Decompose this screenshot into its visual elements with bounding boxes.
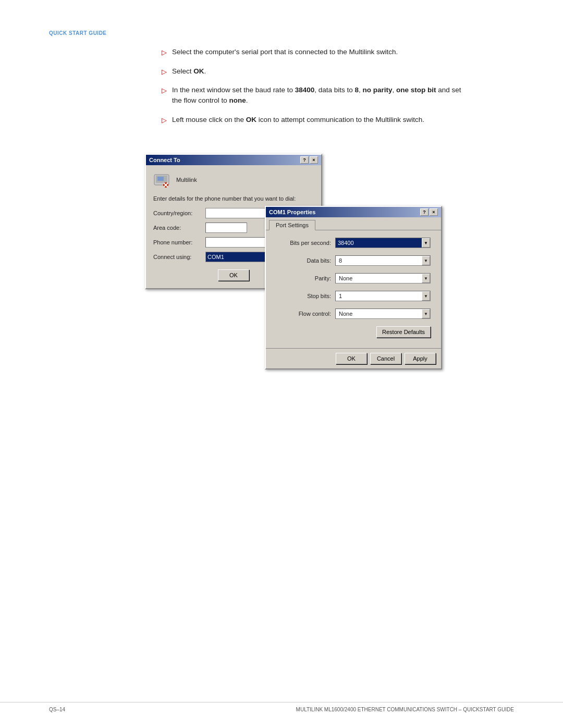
multilink-icon [153,170,172,189]
page-header-label: QUICK START GUIDE [49,30,107,36]
data-bits-label: Data bits: [276,257,331,264]
stop-bits-select[interactable]: 1 ▼ [335,291,431,301]
area-code-input[interactable] [205,223,247,233]
stop-bits-dropdown-arrow[interactable]: ▼ [422,291,430,301]
data-bits-dropdown-arrow[interactable]: ▼ [422,256,430,265]
connect-using-label: Connect using: [153,254,205,260]
connect-to-icon-label: Multilink [176,177,197,183]
com1-close-button[interactable]: × [430,208,438,216]
instruction-item-2: ▷ Select OK. [162,66,464,77]
instruction-item-3: ▷ In the next window set the baud rate t… [162,85,464,106]
bits-per-second-label: Bits per second: [276,240,331,246]
area-code-label: Area code: [153,225,205,231]
bits-dropdown-arrow[interactable]: ▼ [422,238,430,248]
com1-bottom-buttons: OK Cancel Apply [266,348,441,368]
connect-to-icon-row: Multilink [153,170,314,189]
restore-btn-row: Restore Defaults [276,326,431,338]
connect-to-ok-button[interactable]: OK [218,269,249,281]
svg-rect-3 [157,177,164,181]
parity-select[interactable]: None ▼ [335,273,431,283]
com1-ok-button[interactable]: OK [336,353,367,364]
data-bits-value: 8 [338,257,342,264]
com1-help-button[interactable]: ? [420,208,429,216]
instruction-item-1: ▷ Select the computer's serial port that… [162,47,464,58]
com1-body: Bits per second: 38400 ▼ Data bits: 8 ▼ … [266,230,441,348]
stop-bits-value: 1 [338,293,342,299]
bullet-arrow-4: ▷ [162,115,167,126]
stop-bits-row: Stop bits: 1 ▼ [276,291,431,301]
restore-defaults-button[interactable]: Restore Defaults [376,326,431,338]
footer-left: QS–14 [49,707,65,712]
instruction-text-4: Left mouse click on the OK icon to attem… [172,115,424,125]
bits-per-second-select[interactable]: 38400 ▼ [335,238,431,248]
parity-value: None [338,275,352,281]
com1-cancel-button[interactable]: Cancel [370,353,401,364]
bullet-arrow-3: ▷ [162,85,167,96]
flow-control-row: Flow control: None ▼ [276,309,431,319]
flow-control-label: Flow control: [276,311,331,317]
com1-titlebar-buttons: ? × [420,208,438,216]
port-settings-tab[interactable]: Port Settings [269,220,315,230]
com1-apply-button[interactable]: Apply [405,353,436,364]
instruction-item-4: ▷ Left mouse click on the OK icon to att… [162,115,464,126]
com1-titlebar: COM1 Properties ? × [266,207,441,217]
connect-to-title: Connect To [149,157,180,163]
bits-per-second-row: Bits per second: 38400 ▼ [276,238,431,248]
com1-properties-dialog: COM1 Properties ? × Port Settings Bits p… [265,206,442,369]
stop-bits-label: Stop bits: [276,293,331,299]
instruction-text-3: In the next window set the baud rate to … [172,85,464,106]
country-region-label: Country/region: [153,210,205,216]
bullet-arrow-1: ▷ [162,47,167,58]
bullet-arrow-2: ▷ [162,67,167,77]
data-bits-select[interactable]: 8 ▼ [335,255,431,266]
phone-number-label: Phone number: [153,239,205,245]
flow-control-value: None [338,311,352,317]
page-footer: QS–14 MULTILINK ML1600/2400 ETHERNET COM… [0,702,563,712]
connect-to-titlebar: Connect To ? × [146,155,321,165]
instructions-section: ▷ Select the computer's serial port that… [162,47,464,133]
connect-to-close-button[interactable]: × [310,156,318,164]
flow-control-select[interactable]: None ▼ [335,309,431,319]
connect-to-titlebar-buttons: ? × [300,156,318,164]
parity-label: Parity: [276,275,331,281]
instruction-text-1: Select the computer's serial port that i… [172,47,398,57]
data-bits-row: Data bits: 8 ▼ [276,255,431,266]
parity-row: Parity: None ▼ [276,273,431,283]
flow-control-dropdown-arrow[interactable]: ▼ [422,309,430,318]
instruction-text-2: Select OK. [172,66,206,77]
footer-right: MULTILINK ML1600/2400 ETHERNET COMMUNICA… [296,707,514,712]
com1-title: COM1 Properties [269,209,315,215]
connect-to-subtitle: Enter details for the phone number that … [153,195,314,202]
instructions-list: ▷ Select the computer's serial port that… [162,47,464,125]
parity-dropdown-arrow[interactable]: ▼ [422,274,430,283]
connect-to-help-button[interactable]: ? [300,156,309,164]
com1-tab-bar: Port Settings [266,217,441,230]
bits-per-second-value: 38400 [338,240,354,246]
